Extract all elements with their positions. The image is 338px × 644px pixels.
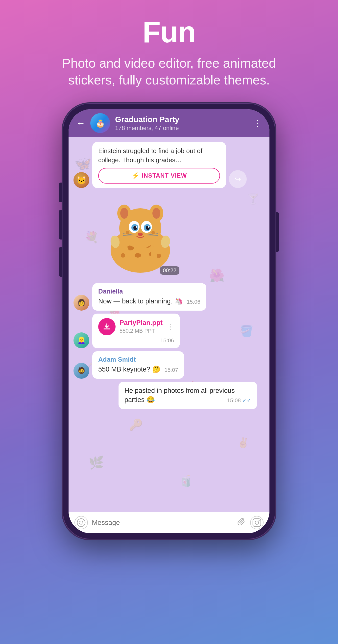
message-bubble: Daniella Now — back to planning. 🦄 15:06 (92, 283, 206, 310)
message-text: He pasted in photos from all previous pa… (124, 386, 251, 405)
file-bubble: PartyPlan.ppt 550.2 MB PPT ⋮ 15:06 (92, 314, 180, 348)
power-button[interactable] (276, 212, 279, 252)
list-item: 🧔 Adam Smidt 550 MB keynote? 🤔 15:07 (73, 351, 265, 379)
file-info: PartyPlan.ppt 550.2 MB PPT (119, 319, 163, 334)
avatar: 👩 (73, 295, 89, 310)
chat-body: 🦋 🍕 ✂️ 🍸 💐 🌺 🍓 🪣 🎸 🍹 🔑 ✌️ 🌿 🧃 (68, 137, 270, 512)
phone-screen: ← 🎂 Graduation Party 178 members, 47 onl… (68, 109, 270, 533)
volume-up-button[interactable] (59, 210, 62, 240)
message-bubble: Adam Smidt 550 MB keynote? 🤔 15:07 (92, 351, 184, 379)
avatar: 👱‍♀️ (73, 332, 89, 348)
sticker-time: 00:22 (160, 266, 179, 275)
message-sender: Adam Smidt (98, 356, 178, 363)
list-item: 👩 Daniella Now — back to planning. 🦄 15:… (73, 283, 265, 310)
volume-down-button[interactable] (59, 247, 62, 277)
svg-rect-31 (77, 519, 85, 526)
svg-point-18 (138, 232, 143, 236)
chat-header: ← 🎂 Graduation Party 178 members, 47 onl… (68, 109, 270, 137)
list-item: 🐱 Einstein struggled to find a job out o… (73, 142, 265, 188)
svg-point-36 (259, 520, 260, 521)
hero-title: Fun (143, 15, 195, 49)
message-time: 15:06 (187, 298, 200, 306)
svg-point-30 (157, 254, 161, 258)
outgoing-bubble: He pasted in photos from all previous pa… (118, 382, 257, 410)
file-menu-button[interactable]: ⋮ (167, 322, 174, 331)
message-input[interactable] (92, 519, 233, 526)
list-item: He pasted in photos from all previous pa… (73, 382, 265, 410)
phone-body: ← 🎂 Graduation Party 178 members, 47 onl… (63, 103, 275, 539)
lightning-icon: ⚡ (131, 172, 139, 180)
chat-name: Graduation Party (115, 115, 248, 124)
sticker-message: 00:22 (73, 191, 265, 280)
back-button[interactable]: ← (76, 118, 85, 128)
svg-point-3 (135, 253, 141, 258)
chat-input-bar (68, 512, 270, 533)
phone-frame: ← 🎂 Graduation Party 178 members, 47 onl… (63, 103, 275, 539)
message-text: 550 MB keynote? 🤔 15:07 (98, 365, 178, 374)
svg-point-17 (148, 226, 149, 228)
emoji-button[interactable] (74, 516, 88, 529)
svg-rect-34 (253, 519, 261, 526)
message-time: 15:06 (160, 337, 174, 344)
chat-members: 178 members, 47 online (115, 124, 248, 132)
chat-menu-button[interactable]: ⋮ (253, 118, 262, 128)
svg-point-32 (79, 522, 81, 523)
avatar: 🎂 (90, 113, 110, 133)
instant-view-text: Einstein struggled to find a job out of … (98, 146, 220, 164)
avatar-image: 🎂 (90, 113, 110, 133)
svg-point-9 (152, 208, 160, 219)
camera-button[interactable] (250, 516, 264, 529)
file-name: PartyPlan.ppt (119, 319, 163, 327)
instant-view-button[interactable]: ⚡ INSTANT VIEW (98, 168, 220, 184)
svg-point-29 (121, 253, 125, 258)
svg-point-33 (82, 522, 83, 523)
chat-info: Graduation Party 178 members, 47 online (115, 115, 248, 132)
sticker: 00:22 (98, 194, 182, 278)
attach-button[interactable] (237, 517, 246, 528)
forward-button[interactable]: ↪ (229, 170, 247, 188)
message-sender: Daniella (98, 288, 200, 295)
avatar: 🐱 (73, 172, 89, 188)
message-text: Now — back to planning. 🦄 15:06 (98, 297, 200, 306)
instant-view-bubble: Einstein struggled to find a job out of … (92, 142, 226, 188)
chat-messages: 🐱 Einstein struggled to find a job out o… (68, 137, 270, 412)
volume-mute-button[interactable] (59, 182, 62, 202)
svg-point-35 (255, 521, 259, 524)
file-row: PartyPlan.ppt 550.2 MB PPT ⋮ (98, 318, 174, 336)
message-time: 15:07 (165, 366, 178, 374)
avatar: 🧔 (73, 363, 89, 379)
message-time: 15:08 ✓✓ (227, 397, 251, 404)
download-button[interactable] (98, 318, 116, 336)
instant-view-label: INSTANT VIEW (142, 172, 187, 179)
hero-subtitle: Photo and video editor, free animated st… (58, 55, 280, 88)
list-item: 👱‍♀️ PartyPlan.ppt 550.2 MB PPT (73, 314, 265, 348)
svg-point-7 (120, 208, 128, 219)
svg-point-16 (136, 226, 137, 228)
file-size: 550.2 MB PPT (119, 328, 163, 334)
